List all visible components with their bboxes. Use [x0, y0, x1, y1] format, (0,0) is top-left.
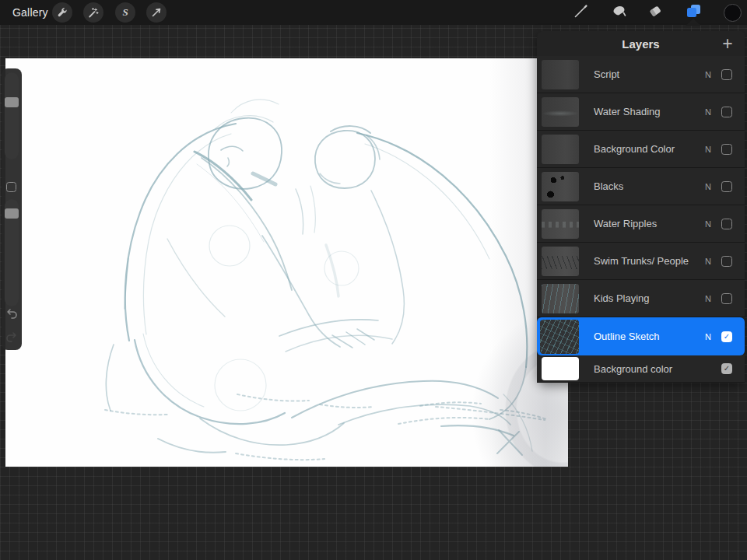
color-circle-icon	[724, 4, 742, 22]
redo-arrow-icon	[5, 333, 19, 346]
top-toolbar: Gallery S	[0, 0, 747, 25]
brush-sidebar	[2, 68, 22, 350]
layer-thumbnail[interactable]	[542, 247, 579, 276]
layer-thumbnail[interactable]	[542, 60, 579, 89]
redo-button[interactable]	[5, 330, 19, 344]
blend-mode-button[interactable]: N	[698, 145, 718, 154]
layer-thumbnail[interactable]	[542, 172, 579, 201]
opacity-slider[interactable]	[5, 199, 19, 306]
blend-mode-button[interactable]: N	[698, 332, 718, 341]
layer-thumbnail[interactable]	[542, 357, 579, 380]
modify-button[interactable]	[6, 182, 16, 192]
layer-thumbnail[interactable]	[540, 320, 579, 354]
arrow-cursor-icon	[150, 6, 163, 19]
paint-tool-button[interactable]	[572, 3, 591, 22]
add-layer-button[interactable]: +	[718, 33, 737, 54]
layer-row[interactable]: Outline Sketch N ✓	[537, 317, 745, 355]
blend-mode-button[interactable]: N	[698, 257, 718, 266]
layer-visibility-checkbox[interactable]	[721, 181, 732, 192]
brush-size-slider[interactable]	[5, 72, 19, 159]
layer-row[interactable]: Water Ripples N	[537, 205, 745, 243]
brush-size-handle[interactable]	[5, 97, 19, 107]
layer-row[interactable]: Blacks N	[537, 168, 745, 205]
layer-name: Outline Sketch	[594, 331, 698, 342]
actions-button[interactable]	[52, 2, 72, 23]
drawing-canvas[interactable]	[5, 58, 568, 467]
opacity-handle[interactable]	[5, 208, 19, 219]
layer-row[interactable]: Background Color N	[537, 131, 745, 168]
smudge-tool-button[interactable]	[610, 3, 629, 22]
layer-visibility-checkbox[interactable]	[721, 256, 732, 267]
gallery-button[interactable]: Gallery	[12, 6, 48, 19]
layer-name: Background Color	[594, 143, 698, 155]
layer-name: Kids Playing	[594, 292, 698, 304]
layer-visibility-checkbox[interactable]	[721, 219, 732, 229]
blend-mode-button[interactable]: N	[698, 70, 718, 79]
layer-visibility-checkbox[interactable]: ✓	[721, 331, 732, 342]
blend-mode-button[interactable]: N	[698, 107, 718, 117]
s-selection-icon: S	[122, 6, 128, 19]
layer-visibility-checkbox[interactable]	[721, 107, 732, 117]
wrench-icon	[56, 6, 68, 19]
figure-sketch	[5, 58, 568, 467]
magic-wand-icon	[87, 6, 100, 19]
eraser-icon	[647, 2, 664, 23]
color-picker-button[interactable]	[723, 3, 742, 22]
undo-button[interactable]	[5, 306, 19, 320]
layer-name: Water Shading	[594, 106, 698, 117]
layer-thumbnail[interactable]	[542, 135, 579, 164]
layers-panel-title: Layers	[622, 37, 659, 51]
blend-mode-button[interactable]: N	[698, 294, 718, 303]
adjustments-button[interactable]	[83, 2, 103, 23]
layer-row[interactable]: Swim Trunks/ People N	[537, 243, 745, 280]
layer-row[interactable]: Script N	[537, 56, 745, 93]
brush-icon	[573, 2, 590, 23]
panel-caret	[686, 19, 701, 26]
layers-panel: Layers + Script N Water Shading N Backgr…	[537, 31, 745, 383]
layer-visibility-checkbox[interactable]	[721, 144, 732, 155]
layer-name: Water Ripples	[594, 218, 698, 229]
layers-panel-header: Layers +	[537, 31, 745, 56]
layer-name: Swim Trunks/ People	[594, 255, 698, 267]
layer-visibility-checkbox[interactable]: ✓	[721, 363, 732, 374]
layer-visibility-checkbox[interactable]	[721, 69, 732, 80]
layer-thumbnail[interactable]	[542, 209, 579, 239]
undo-arrow-icon	[5, 310, 19, 323]
layer-thumbnail[interactable]	[542, 97, 579, 127]
layer-row[interactable]: Water Shading N	[537, 93, 745, 131]
layer-visibility-checkbox[interactable]	[721, 293, 732, 304]
erase-tool-button[interactable]	[646, 3, 665, 22]
smudge-icon	[611, 2, 628, 23]
transform-button[interactable]	[146, 2, 167, 23]
layer-row[interactable]: Background color ✓	[537, 355, 745, 383]
blend-mode-button[interactable]: N	[698, 182, 718, 191]
layer-row[interactable]: Kids Playing N	[537, 280, 745, 317]
layer-name: Blacks	[594, 180, 698, 192]
blend-mode-button[interactable]: N	[698, 219, 718, 229]
layer-name: Background color	[594, 363, 698, 375]
selection-button[interactable]: S	[115, 2, 135, 23]
layer-thumbnail[interactable]	[542, 284, 579, 313]
layer-name: Script	[594, 68, 698, 80]
layer-list: Script N Water Shading N Background Colo…	[537, 56, 745, 383]
